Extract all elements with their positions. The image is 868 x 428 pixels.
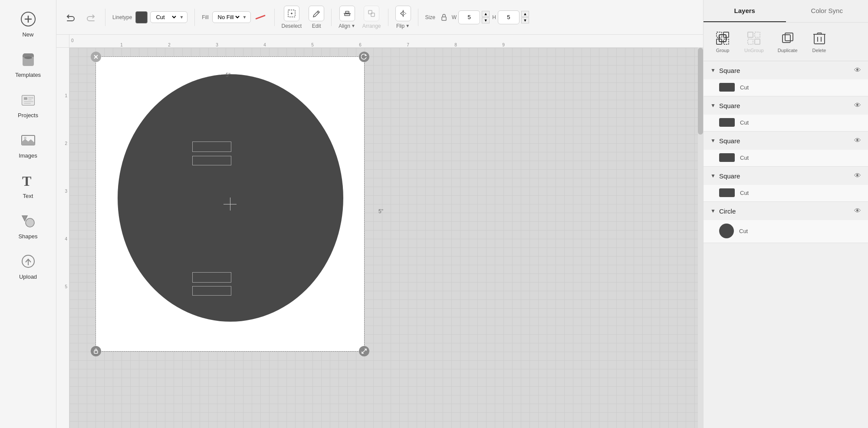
scrollbar-track[interactable] [698, 48, 703, 428]
sidebar-item-shapes[interactable]: Shapes [0, 206, 56, 245]
arrange-button[interactable] [364, 6, 379, 21]
design-canvas[interactable] [95, 56, 365, 352]
layer-header-circle1[interactable]: ▼ Circle 👁 [704, 202, 868, 220]
layer-header-square2[interactable]: ▼ Square 👁 [704, 96, 868, 115]
tab-color-sync[interactable]: Color Sync [786, 0, 868, 22]
edit-group: Edit [309, 6, 324, 29]
layer-sub-label-square2: Cut [740, 119, 749, 126]
svg-rect-23 [345, 11, 349, 13]
layer-swatch-square4 [719, 188, 735, 197]
deselect-button[interactable] [284, 6, 299, 21]
sidebar-item-text[interactable]: T Text [0, 166, 56, 204]
undo-button[interactable] [63, 10, 79, 25]
layer-swatch-circle1 [719, 224, 734, 238]
group-icon [715, 30, 730, 46]
flip-button[interactable] [395, 6, 411, 21]
rect-top-2[interactable] [192, 156, 231, 165]
layer-group-square4: ▼ Square 👁 Cut [704, 167, 868, 202]
sidebar-item-images[interactable]: Images [0, 125, 56, 164]
width-spin-down[interactable]: ▼ [482, 17, 490, 23]
ruler-tick-2: 2 [168, 43, 171, 47]
layer-header-square3[interactable]: ▼ Square 👁 [704, 132, 868, 150]
canvas-area[interactable]: 0 1 2 3 4 5 6 7 8 9 1 2 3 4 5 [56, 35, 703, 428]
circle-shape[interactable] [118, 74, 343, 322]
sep3 [274, 9, 275, 26]
ruler-tick-v-1: 1 [65, 93, 67, 98]
rect-top-1[interactable] [192, 142, 231, 152]
edit-label: Edit [312, 23, 321, 29]
panel-actions: Group UnGroup Duplicate [704, 23, 868, 61]
width-spin-up[interactable]: ▲ [482, 11, 490, 17]
layer-eye-square4[interactable]: 👁 [854, 172, 861, 180]
height-spin-up[interactable]: ▲ [521, 11, 529, 17]
sidebar-item-new[interactable]: New [0, 4, 56, 43]
sidebar-item-projects[interactable]: Projects [0, 85, 56, 124]
svg-rect-24 [345, 14, 350, 16]
layer-sub-square3: Cut [704, 150, 868, 166]
duplicate-button[interactable]: Duplicate [773, 28, 802, 56]
sidebar-item-templates[interactable]: Templates [0, 45, 56, 83]
align-button[interactable] [339, 6, 355, 21]
layer-header-square1[interactable]: ▼ Square 👁 [704, 61, 868, 79]
duplicate-icon [780, 30, 796, 46]
layer-group-square3: ▼ Square 👁 Cut [704, 132, 868, 167]
sep1 [105, 9, 105, 26]
tab-layers[interactable]: Layers [704, 0, 786, 22]
layer-header-square4[interactable]: ▼ Square 👁 [704, 167, 868, 185]
sidebar-item-upload[interactable]: Upload [0, 247, 56, 285]
ruler-tick-3: 3 [216, 43, 218, 47]
layer-eye-square1[interactable]: 👁 [854, 66, 861, 74]
canvas-height-label: 5" [378, 208, 383, 214]
layer-group-circle1: ▼ Circle 👁 Cut [704, 202, 868, 243]
ungroup-button[interactable]: UnGroup [740, 28, 768, 56]
layer-sub-square1: Cut [704, 79, 868, 96]
align-label: Align [339, 23, 350, 29]
layer-sub-square2: Cut [704, 115, 868, 131]
left-sidebar: New Templates Projects [0, 0, 56, 428]
svg-rect-43 [785, 33, 793, 41]
rect-bottom-1[interactable] [192, 272, 231, 283]
layer-eye-square2[interactable]: 👁 [854, 102, 861, 109]
height-input-group: H ▲ ▼ [492, 10, 529, 24]
redo-button[interactable] [82, 10, 98, 25]
sidebar-item-label-shapes: Shapes [18, 233, 37, 240]
layer-chevron-square4: ▼ [710, 173, 716, 179]
linetype-select[interactable]: Cut Draw Score [154, 13, 178, 21]
layer-eye-square3[interactable]: 👁 [854, 137, 861, 145]
svg-rect-10 [24, 103, 31, 104]
edit-button[interactable] [309, 6, 324, 21]
svg-line-21 [317, 12, 319, 13]
canvas-content[interactable]: 5" 5" [69, 48, 703, 428]
layer-sub-label-square3: Cut [740, 155, 749, 161]
duplicate-label: Duplicate [778, 48, 798, 53]
sep6 [418, 9, 418, 26]
panel-tabs: Layers Color Sync [704, 0, 868, 23]
undo-redo-group [63, 10, 98, 25]
width-input[interactable] [458, 10, 480, 24]
delete-icon [812, 30, 827, 46]
toolbar: Linetype Cut Draw Score ▼ Fill [56, 0, 703, 35]
sep2 [194, 9, 195, 26]
linetype-color-swatch [135, 11, 148, 23]
delete-button[interactable]: Delete [807, 28, 832, 56]
rect-bottom-2[interactable] [192, 286, 231, 296]
svg-point-12 [24, 137, 26, 139]
sidebar-item-label-projects: Projects [18, 112, 38, 119]
layer-chevron-square3: ▼ [710, 138, 716, 144]
ruler-vertical: 1 2 3 4 5 [56, 48, 69, 428]
height-input[interactable] [498, 10, 519, 24]
sidebar-item-label-images: Images [19, 152, 37, 159]
ruler-tick-1: 1 [120, 43, 123, 47]
scrollbar-thumb[interactable] [698, 48, 703, 135]
svg-point-3 [24, 56, 32, 59]
lock-aspect-icon[interactable] [439, 10, 449, 25]
group-button[interactable]: Group [710, 28, 735, 56]
fill-select[interactable]: No Fill Fill [216, 13, 241, 21]
linetype-group: Linetype Cut Draw Score ▼ [112, 11, 187, 23]
ruler-tick-v-2: 2 [65, 141, 67, 146]
svg-rect-28 [442, 17, 446, 20]
text-icon: T [19, 171, 38, 190]
height-spin-down[interactable]: ▼ [521, 17, 529, 23]
deselect-label: Deselect [282, 23, 302, 29]
layer-eye-circle1[interactable]: 👁 [854, 207, 861, 215]
